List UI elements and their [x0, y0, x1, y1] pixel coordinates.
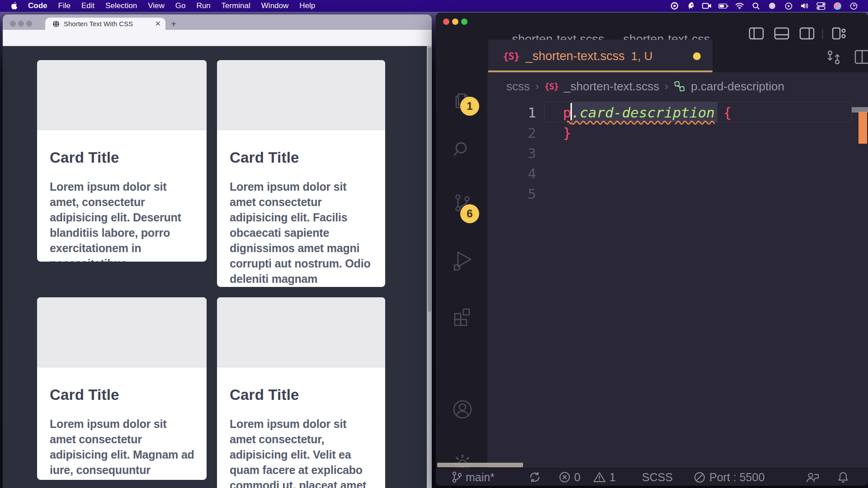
browser-page-content: Card Title Lorem ipsum dolor sit amet, c…	[3, 46, 432, 488]
activity-bar: 1 6	[436, 41, 487, 468]
live-server-port-item[interactable]: Port : 5500	[693, 471, 764, 484]
account-icon[interactable]	[452, 399, 473, 420]
menu-view[interactable]: View	[142, 1, 170, 10]
battery-icon[interactable]	[718, 1, 728, 10]
editor-tab-bar: {S} _shorten-text.scss 1, U	[487, 40, 868, 72]
errors-item[interactable]: 0	[559, 471, 580, 484]
minimize-window-button[interactable]	[18, 21, 24, 27]
scss-file-icon: {S}	[503, 51, 519, 62]
card-image-placeholder	[217, 60, 385, 130]
apple-icon[interactable]	[9, 1, 19, 10]
card-title: Card Title	[50, 386, 195, 404]
menu-go[interactable]: Go	[170, 1, 191, 10]
breadcrumb-file[interactable]: _shorten-text.scss	[564, 80, 659, 94]
dnd-circle-icon[interactable]	[767, 1, 777, 10]
run-debug-icon[interactable]	[452, 249, 473, 272]
clock-icon[interactable]	[849, 1, 859, 10]
line-number: 1	[487, 104, 536, 121]
code-tag-token: p	[563, 104, 571, 121]
play-circle-icon[interactable]	[783, 1, 793, 10]
menu-app-name[interactable]: Code	[23, 1, 53, 10]
browser-window: Shorten Text With CSS ✕ + 127.0.0.1:5500…	[3, 14, 432, 488]
card: Card Title Lorem ipsum dolor sit amet, c…	[37, 60, 207, 262]
unsaved-dot-icon[interactable]	[693, 52, 701, 60]
menu-file[interactable]: File	[53, 1, 76, 10]
card-image-placeholder	[37, 60, 207, 130]
scrollbar-thumb[interactable]	[428, 47, 431, 312]
volume-icon[interactable]	[800, 1, 810, 10]
globe-favicon-icon	[52, 20, 60, 28]
editor-tab-active[interactable]: {S} _shorten-text.scss 1, U	[488, 40, 712, 72]
text-cursor	[571, 103, 572, 120]
explorer-badge: 1	[460, 97, 479, 116]
card: Card Title Lorem ipsum dolor sit amet co…	[217, 60, 385, 287]
code-close-brace: }	[563, 125, 571, 141]
code-open-brace: {	[723, 104, 732, 121]
zoom-window-button[interactable]	[26, 21, 32, 27]
macos-menu-bar: Code File Edit Selection View Go Run Ter…	[0, 0, 868, 12]
menu-help[interactable]: Help	[294, 1, 321, 10]
warnings-item[interactable]: 1	[593, 471, 616, 484]
minimize-window-button[interactable]	[452, 19, 458, 25]
line-number: 3	[487, 145, 536, 161]
menu-selection[interactable]: Selection	[100, 1, 142, 10]
code-line: 5	[487, 183, 849, 204]
tab-git-decoration: 1, U	[631, 49, 653, 63]
card-description: Lorem ipsum dolor sit amet consectetur, …	[230, 416, 373, 488]
line-number: 2	[487, 125, 536, 141]
source-control-badge: 6	[460, 204, 479, 223]
close-tab-icon[interactable]: ✕	[155, 20, 161, 28]
code-line: 1 p.card-description {	[487, 102, 849, 122]
toggle-secondary-sidebar-icon[interactable]	[799, 27, 815, 40]
chevron-right-icon: ›	[535, 80, 539, 93]
status-bar: main* 0 1 SCSS Port : 5500	[436, 468, 868, 486]
browser-toolbar: 127.0.0.1:5500/index.html	[3, 30, 432, 46]
notifications-bell-icon[interactable]	[837, 471, 849, 483]
customize-layout-icon[interactable]	[832, 27, 847, 40]
rocket-icon[interactable]	[686, 1, 696, 10]
menu-window[interactable]: Window	[256, 1, 294, 10]
search-icon[interactable]	[452, 139, 472, 160]
sync-changes-item[interactable]	[528, 471, 541, 483]
new-tab-button[interactable]: +	[171, 19, 176, 29]
code-selector-token: .card-description	[571, 104, 715, 121]
scss-file-icon: {S}	[544, 81, 558, 91]
feedback-icon[interactable]	[806, 471, 819, 483]
extensions-icon[interactable]	[452, 306, 473, 328]
port-label: Port : 5500	[709, 471, 764, 484]
toggle-panel-icon[interactable]	[774, 27, 789, 40]
video-camera-icon[interactable]	[702, 1, 712, 10]
control-center-icon[interactable]	[816, 1, 826, 10]
close-window-button[interactable]	[10, 21, 16, 27]
open-changes-icon[interactable]	[826, 50, 842, 65]
zoom-window-button[interactable]	[461, 19, 467, 25]
menu-edit[interactable]: Edit	[76, 1, 100, 10]
code-line: 2 }	[487, 122, 849, 143]
warning-count: 1	[609, 471, 616, 484]
card-title: Card Title	[230, 386, 373, 404]
git-branch-item[interactable]: main*	[451, 471, 495, 484]
desktop: Code File Edit Selection View Go Run Ter…	[0, 0, 868, 488]
breadcrumb-folder[interactable]: scss	[506, 80, 530, 94]
siri-icon[interactable]	[832, 1, 842, 10]
scrollbar-thumb-horizontal[interactable]	[437, 463, 523, 467]
toggle-sidebar-icon[interactable]	[749, 27, 764, 40]
wifi-icon[interactable]	[735, 1, 745, 10]
breadcrumb-symbol[interactable]: p.card-description	[691, 80, 784, 94]
spotlight-search-icon[interactable]	[751, 1, 761, 10]
browser-tab-strip: Shorten Text With CSS ✕ +	[3, 14, 432, 30]
card-description: Lorem ipsum dolor sit amet consectetur a…	[50, 416, 195, 480]
code-editor[interactable]: 1 p.card-description { 2 } 3 4 5	[487, 100, 868, 468]
browser-tab[interactable]: Shorten Text With CSS ✕	[45, 18, 165, 30]
line-number: 4	[487, 165, 536, 182]
browser-tab-title: Shorten Text With CSS	[64, 20, 151, 28]
line-number: 5	[487, 186, 536, 202]
card-title: Card Title	[230, 149, 373, 166]
record-icon[interactable]	[670, 1, 679, 10]
menu-terminal[interactable]: Terminal	[216, 1, 256, 10]
split-editor-icon[interactable]	[854, 50, 868, 64]
close-window-button[interactable]	[443, 19, 449, 25]
language-mode-item[interactable]: SCSS	[642, 471, 673, 484]
card: Card Title Lorem ipsum dolor sit amet co…	[37, 297, 207, 480]
menu-run[interactable]: Run	[191, 1, 216, 10]
